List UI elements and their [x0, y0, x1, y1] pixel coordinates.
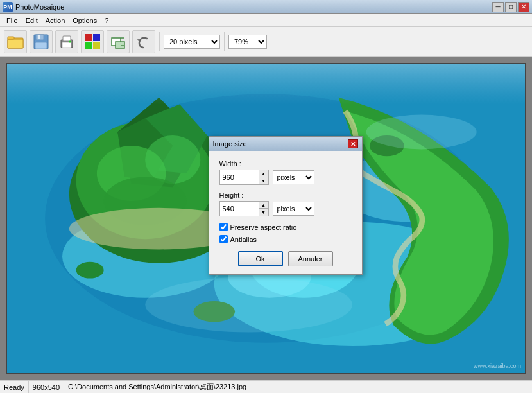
svg-point-38: [76, 262, 104, 279]
width-spinbox-buttons: ▲ ▼: [259, 170, 268, 184]
svg-point-40: [366, 115, 477, 150]
undo-button[interactable]: [132, 30, 155, 53]
width-label: Width :: [219, 160, 352, 168]
menu-file[interactable]: File: [3, 15, 22, 26]
toolbar: 20 pixels 5 pixels 10 pixels 40 pixels 7…: [0, 27, 532, 57]
save-button[interactable]: [30, 30, 53, 53]
height-increment-button[interactable]: ▲: [259, 202, 268, 209]
antialias-checkbox[interactable]: [219, 235, 228, 243]
width-unit-select[interactable]: pixels cm inches: [273, 170, 314, 184]
dimensions-text: 960x540: [33, 383, 60, 391]
toolbar-separator-2: [224, 32, 225, 51]
dialog-buttons: Ok Annuler: [219, 251, 352, 266]
open-folder-button[interactable]: [4, 30, 27, 53]
svg-rect-8: [62, 42, 71, 48]
close-button[interactable]: ✕: [518, 2, 529, 12]
menu-edit[interactable]: Edit: [22, 15, 42, 26]
status-ready-pane: Ready: [0, 381, 29, 393]
pixel-size-select[interactable]: 20 pixels 5 pixels 10 pixels 40 pixels: [164, 35, 220, 49]
svg-rect-16: [116, 42, 124, 48]
height-row: ▲ ▼ pixels cm inches: [219, 201, 352, 216]
svg-rect-12: [93, 34, 100, 41]
antialias-row: Antialias: [219, 235, 352, 243]
mosaic-button[interactable]: [81, 30, 104, 53]
width-input[interactable]: [220, 170, 259, 184]
maximize-button[interactable]: □: [505, 2, 517, 12]
zoom-select[interactable]: 79% 50% 75% 100% 125%: [228, 35, 267, 49]
dialog-title-bar[interactable]: Image size ✕: [209, 137, 362, 151]
canvas-area: Image size ✕ Width : ▲ ▼: [6, 63, 526, 374]
app-icon: PM: [3, 2, 13, 12]
title-controls: ─ □ ✕: [492, 2, 529, 12]
svg-rect-5: [38, 35, 40, 39]
svg-rect-2: [8, 37, 14, 39]
status-text: Ready: [4, 383, 24, 391]
undo-icon: [135, 33, 152, 50]
height-decrement-button[interactable]: ▼: [259, 209, 268, 216]
height-label: Height :: [219, 191, 352, 199]
width-spinbox: ▲ ▼: [219, 170, 269, 185]
svg-point-39: [145, 277, 352, 332]
width-row: ▲ ▼ pixels cm inches: [219, 170, 352, 185]
title-bar-left: PM PhotoMosaique: [3, 2, 64, 12]
width-increment-button[interactable]: ▲: [259, 170, 268, 177]
minimize-button[interactable]: ─: [492, 2, 504, 12]
print-icon: [58, 33, 75, 50]
dialog-title: Image size: [213, 140, 247, 148]
title-bar: PM PhotoMosaique ─ □ ✕: [0, 0, 532, 14]
height-input[interactable]: [220, 202, 259, 216]
save-icon: [33, 33, 49, 50]
dialog-content: Width : ▲ ▼ pixels cm: [209, 151, 362, 274]
folder-icon: [6, 33, 24, 51]
svg-rect-14: [93, 42, 100, 49]
svg-point-10: [69, 40, 71, 42]
height-spinbox-buttons: ▲ ▼: [259, 202, 268, 216]
resize-icon: [110, 33, 126, 50]
menu-bar: File Edit Action Options ?: [0, 14, 532, 27]
svg-rect-13: [85, 42, 92, 49]
preserve-aspect-checkbox[interactable]: [219, 223, 228, 231]
antialias-label: Antialias: [230, 236, 257, 243]
width-decrement-button[interactable]: ▼: [259, 177, 268, 184]
main-area: Image size ✕ Width : ▲ ▼: [0, 57, 532, 380]
ok-button[interactable]: Ok: [238, 251, 283, 266]
svg-rect-11: [85, 34, 92, 41]
svg-rect-41: [7, 64, 525, 104]
status-filepath-pane: C:\Documents and Settings\Administrator\…: [64, 381, 532, 393]
image-size-dialog: Image size ✕ Width : ▲ ▼: [209, 136, 363, 275]
svg-rect-1: [8, 39, 23, 48]
svg-rect-9: [63, 36, 71, 41]
height-field-group: Height : ▲ ▼ pixels cm: [219, 191, 352, 216]
width-field-group: Width : ▲ ▼ pixels cm: [219, 160, 352, 185]
menu-action[interactable]: Action: [42, 15, 69, 26]
mosaic-icon: [83, 33, 101, 51]
print-button[interactable]: [55, 30, 78, 53]
preserve-aspect-label: Preserve aspect ratio: [230, 223, 297, 231]
height-spinbox: ▲ ▼: [219, 201, 269, 216]
status-bar: Ready 960x540 C:\Documents and Settings\…: [0, 380, 532, 393]
svg-rect-6: [35, 42, 47, 49]
preserve-aspect-row: Preserve aspect ratio: [219, 223, 352, 231]
app-title: PhotoMosaique: [15, 3, 64, 11]
cancel-button[interactable]: Annuler: [288, 251, 333, 266]
status-dimensions-pane: 960x540: [29, 381, 64, 393]
resize-button[interactable]: [107, 30, 130, 53]
dialog-close-button[interactable]: ✕: [348, 139, 358, 148]
menu-options[interactable]: Options: [69, 15, 101, 26]
toolbar-separator-1: [159, 32, 160, 51]
menu-help[interactable]: ?: [101, 15, 112, 26]
height-unit-select[interactable]: pixels cm inches: [273, 202, 314, 216]
filepath-text: C:\Documents and Settings\Administrator\…: [68, 382, 246, 392]
svg-point-31: [145, 135, 200, 184]
